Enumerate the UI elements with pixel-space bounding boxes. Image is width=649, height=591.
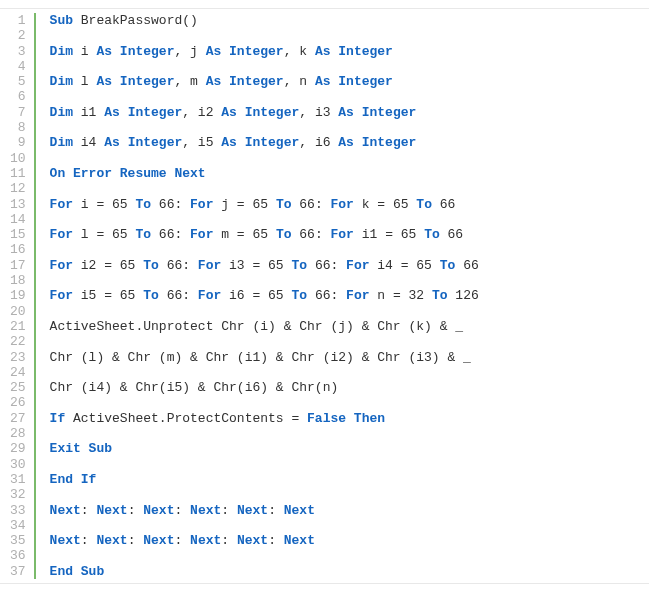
line-number: 22 xyxy=(10,334,26,349)
line-number: 18 xyxy=(10,273,26,288)
code-line: Sub BreakPassword() xyxy=(50,13,479,28)
line-number: 23 xyxy=(10,350,26,365)
line-number: 3 xyxy=(10,44,26,59)
line-number: 20 xyxy=(10,304,26,319)
line-number: 37 xyxy=(10,564,26,579)
code-line xyxy=(50,518,479,533)
code-line: Chr (i4) & Chr(i5) & Chr(i6) & Chr(n) xyxy=(50,380,479,395)
code-line: Dim l As Integer, m As Integer, n As Int… xyxy=(50,74,479,89)
code-line: For i5 = 65 To 66: For i6 = 65 To 66: Fo… xyxy=(50,288,479,303)
line-number: 10 xyxy=(10,151,26,166)
code-line: Next: Next: Next: Next: Next: Next xyxy=(50,503,479,518)
line-number: 35 xyxy=(10,533,26,548)
line-number: 24 xyxy=(10,365,26,380)
line-number: 17 xyxy=(10,258,26,273)
line-number: 12 xyxy=(10,181,26,196)
code-line: If ActiveSheet.ProtectContents = False T… xyxy=(50,411,479,426)
code-line xyxy=(50,28,479,43)
code-line xyxy=(50,426,479,441)
code-line: End Sub xyxy=(50,564,479,579)
line-number: 26 xyxy=(10,395,26,410)
line-number: 34 xyxy=(10,518,26,533)
line-number: 28 xyxy=(10,426,26,441)
line-number: 25 xyxy=(10,380,26,395)
code-line: Chr (l) & Chr (m) & Chr (i1) & Chr (i2) … xyxy=(50,350,479,365)
code-line: For i2 = 65 To 66: For i3 = 65 To 66: Fo… xyxy=(50,258,479,273)
code-line xyxy=(50,212,479,227)
code-line: For l = 65 To 66: For m = 65 To 66: For … xyxy=(50,227,479,242)
code-line xyxy=(50,89,479,104)
line-number: 8 xyxy=(10,120,26,135)
code-line xyxy=(50,242,479,257)
code-line xyxy=(50,457,479,472)
code-line xyxy=(50,120,479,135)
code-line xyxy=(50,273,479,288)
line-number: 30 xyxy=(10,457,26,472)
line-number: 6 xyxy=(10,89,26,104)
line-number: 14 xyxy=(10,212,26,227)
code-line xyxy=(50,395,479,410)
line-number: 31 xyxy=(10,472,26,487)
code-line xyxy=(50,181,479,196)
code-content: Sub BreakPassword()Dim i As Integer, j A… xyxy=(36,13,479,579)
line-number: 1 xyxy=(10,13,26,28)
line-number: 27 xyxy=(10,411,26,426)
code-line xyxy=(50,304,479,319)
code-line: Dim i As Integer, j As Integer, k As Int… xyxy=(50,44,479,59)
line-number-gutter: 1234567891011121314151617181920212223242… xyxy=(0,13,34,579)
code-line xyxy=(50,151,479,166)
line-number: 32 xyxy=(10,487,26,502)
code-line: Next: Next: Next: Next: Next: Next xyxy=(50,533,479,548)
line-number: 7 xyxy=(10,105,26,120)
line-number: 19 xyxy=(10,288,26,303)
line-number: 11 xyxy=(10,166,26,181)
code-line xyxy=(50,59,479,74)
line-number: 13 xyxy=(10,197,26,212)
line-number: 33 xyxy=(10,503,26,518)
line-number: 4 xyxy=(10,59,26,74)
line-number: 5 xyxy=(10,74,26,89)
line-number: 36 xyxy=(10,548,26,563)
line-number: 21 xyxy=(10,319,26,334)
code-line: Dim i4 As Integer, i5 As Integer, i6 As … xyxy=(50,135,479,150)
line-number: 29 xyxy=(10,441,26,456)
line-number: 15 xyxy=(10,227,26,242)
code-line: Dim i1 As Integer, i2 As Integer, i3 As … xyxy=(50,105,479,120)
line-number: 9 xyxy=(10,135,26,150)
code-block: 1234567891011121314151617181920212223242… xyxy=(0,8,649,584)
code-line xyxy=(50,487,479,502)
code-line: ActiveSheet.Unprotect Chr (i) & Chr (j) … xyxy=(50,319,479,334)
line-number: 16 xyxy=(10,242,26,257)
line-number: 2 xyxy=(10,28,26,43)
code-line xyxy=(50,365,479,380)
code-line xyxy=(50,334,479,349)
code-line: End If xyxy=(50,472,479,487)
code-line: On Error Resume Next xyxy=(50,166,479,181)
code-line: Exit Sub xyxy=(50,441,479,456)
code-line: For i = 65 To 66: For j = 65 To 66: For … xyxy=(50,197,479,212)
code-line xyxy=(50,548,479,563)
